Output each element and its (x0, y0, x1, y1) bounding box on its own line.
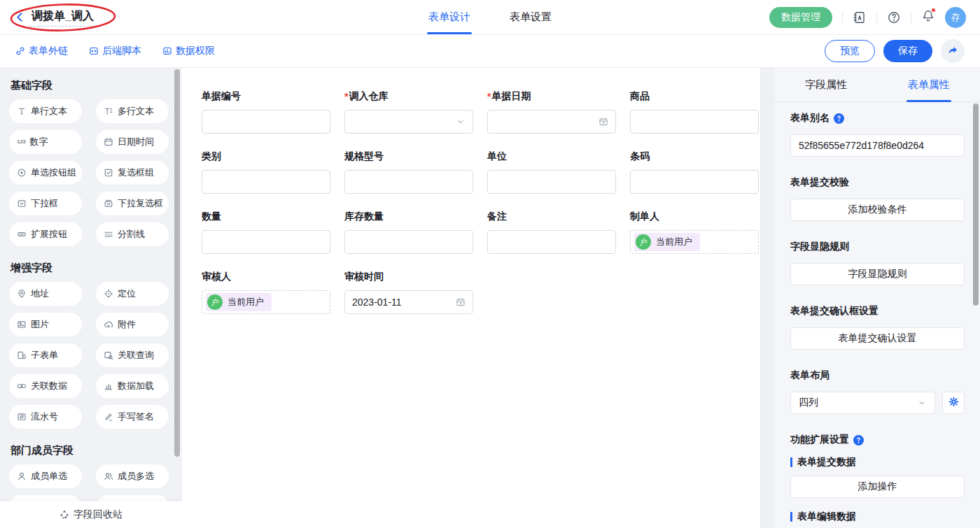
canvas-field[interactable]: 条码 (630, 150, 759, 194)
data-manage-button[interactable]: 数据管理 (769, 7, 832, 28)
field-input[interactable] (202, 110, 330, 134)
sidebar-item-cloud[interactable]: 附件 (96, 313, 169, 336)
user-icon (17, 471, 27, 481)
sidebar-item-users[interactable]: 成员多选 (96, 464, 169, 488)
canvas-field[interactable]: *单据日期 (487, 90, 616, 134)
field-input[interactable] (202, 170, 330, 194)
code-icon (89, 46, 99, 56)
sidebar-item-label: 关联查询 (118, 349, 154, 362)
backend-script-link[interactable]: 后端脚本 (89, 45, 141, 57)
canvas-field[interactable]: *调入仓库 (344, 90, 473, 134)
sidebar-item-subform[interactable]: 子表单 (9, 343, 82, 367)
field-visibility-rules-button[interactable]: 字段显隐规则 (790, 263, 965, 285)
sidebar-item-capsule[interactable]: 扩展按钮 (9, 222, 82, 246)
canvas-field[interactable]: 规格型号 (344, 150, 473, 194)
field-input[interactable] (487, 230, 616, 254)
field-input[interactable] (202, 230, 330, 254)
field-date[interactable] (487, 110, 616, 134)
add-action-button[interactable]: 添加操作 (790, 476, 965, 498)
sidebar-item-serial[interactable]: 流水号 (9, 405, 82, 429)
field-input[interactable] (487, 170, 616, 194)
add-validation-button[interactable]: 添加校验条件 (790, 199, 965, 221)
canvas-field[interactable]: 商品 (630, 90, 759, 134)
layout-settings-button[interactable] (942, 392, 965, 414)
sidebar-item-label: 成员单选 (31, 470, 67, 483)
page-title[interactable]: 调拨单_调入 (29, 8, 96, 27)
help-icon[interactable] (853, 435, 864, 445)
field-recycle-bin[interactable]: 字段回收站 (0, 501, 182, 528)
tab-form-properties[interactable]: 表单属性 (878, 68, 980, 101)
field-label: 规格型号 (344, 150, 473, 163)
back-button[interactable] (14, 11, 26, 23)
save-button[interactable]: 保存 (883, 40, 932, 62)
sidebar-item-label: 数据加载 (118, 380, 154, 392)
field-date[interactable]: 2023-01-11 (344, 290, 473, 314)
panel-scrollbar-thumb[interactable] (973, 104, 979, 306)
canvas-field[interactable]: 库存数量 (344, 211, 473, 254)
sidebar-item-label: 下拉复选框 (118, 197, 163, 210)
sidebar-item-text[interactable]: 单行文本 (9, 99, 82, 123)
sidebar-item-chart[interactable]: 数据加载 (96, 374, 169, 398)
field-label: 单据编号 (202, 90, 330, 103)
canvas-field[interactable]: 备注 (487, 211, 616, 254)
notification-bell-icon[interactable] (921, 9, 935, 26)
sidebar-item-user[interactable]: 成员单选 (9, 464, 82, 488)
sidebar-item-number[interactable]: 123数字 (9, 130, 82, 154)
recycle-icon (59, 510, 69, 520)
sidebar-item-mselect[interactable]: 下拉复选框 (96, 192, 169, 215)
form-designer-app: 调拨单_调入 表单设计 表单设置 数据管理 存 表单外链 后端脚本 数据权限 预… (0, 0, 980, 528)
canvas-field[interactable]: 数量 (202, 211, 330, 254)
form-canvas[interactable]: 单据编号*调入仓库*单据日期商品类别规格型号单位条码数量库存数量备注制单人户当前… (182, 68, 760, 528)
sidebar-item-divider[interactable]: 分割线 (96, 222, 169, 246)
layout-select[interactable]: 四列 (790, 392, 935, 414)
sidebar-item-rquery[interactable]: 关联查询 (96, 343, 169, 367)
tab-form-settings[interactable]: 表单设置 (510, 0, 552, 34)
field-user[interactable]: 户当前用户 (630, 230, 759, 254)
avatar[interactable]: 存 (945, 7, 966, 28)
sidebar-item-label: 流水号 (31, 411, 58, 423)
canvas-field[interactable]: 单位 (487, 150, 616, 194)
preview-button[interactable]: 预览 (825, 40, 875, 62)
sidebar-scrollbar-thumb[interactable] (174, 69, 180, 457)
address-book-icon[interactable] (853, 10, 867, 24)
notification-dot (931, 8, 936, 13)
canvas-field[interactable]: 审核人户当前用户 (202, 271, 330, 314)
field-input[interactable] (630, 170, 759, 194)
field-user[interactable]: 户当前用户 (202, 290, 330, 314)
sidebar-item-rdata[interactable]: 关联数据 (9, 374, 82, 398)
sidebar-item-sign[interactable]: 手写签名 (96, 405, 169, 429)
field-select[interactable] (344, 110, 473, 134)
submit-confirm-settings-button[interactable]: 表单提交确认设置 (790, 327, 965, 350)
canvas-field[interactable]: 类别 (202, 150, 330, 194)
number-icon: 123 (17, 139, 25, 145)
help-icon[interactable] (887, 10, 901, 24)
share-button[interactable] (941, 39, 965, 63)
field-input[interactable] (344, 230, 473, 254)
tab-field-properties[interactable]: 字段属性 (775, 68, 878, 101)
field-palette-sidebar: 基础字段单行文本多行文本123数字日期时间单选按钮组复选框组下拉框下拉复选框扩展… (0, 68, 182, 528)
edit-data-label: 表单编辑数据 (790, 511, 965, 523)
field-input[interactable] (344, 170, 473, 194)
sidebar-item-textarea[interactable]: 多行文本 (96, 99, 169, 123)
help-icon[interactable] (834, 113, 844, 124)
canvas-field[interactable]: 制单人户当前用户 (630, 211, 759, 254)
user-avatar: 户 (207, 294, 223, 310)
sidebar-item-label: 分割线 (118, 228, 145, 241)
field-label: 条码 (630, 150, 759, 163)
field-input[interactable] (630, 110, 759, 134)
form-external-link[interactable]: 表单外链 (15, 45, 68, 57)
canvas-field[interactable]: 审核时间2023-01-11 (344, 271, 473, 314)
sidebar-item-target[interactable]: 定位 (96, 282, 169, 306)
link-icon (15, 46, 25, 56)
data-permission-link[interactable]: 数据权限 (162, 45, 215, 57)
sidebar-item-radio[interactable]: 单选按钮组 (9, 161, 82, 185)
form-alias-input[interactable]: 52f85655e772d178f8e0d264 (790, 134, 965, 157)
sidebar-item-image[interactable]: 图片 (9, 313, 82, 336)
sidebar-item-calendar[interactable]: 日期时间 (96, 130, 169, 154)
sidebar-item-checkbox[interactable]: 复选框组 (96, 161, 169, 185)
canvas-field[interactable]: 单据编号 (202, 90, 330, 134)
sidebar-item-select[interactable]: 下拉框 (9, 192, 82, 215)
sidebar-item-pin[interactable]: 地址 (9, 282, 82, 306)
sidebar-item-label: 关联数据 (31, 380, 67, 392)
tab-form-design[interactable]: 表单设计 (428, 0, 470, 34)
